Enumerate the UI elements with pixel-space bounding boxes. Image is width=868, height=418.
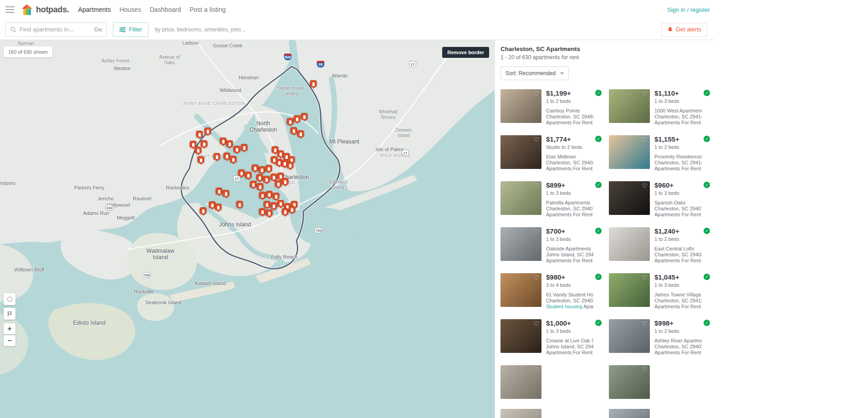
map-marker[interactable] xyxy=(252,164,259,171)
favorite-heart-icon[interactable]: ♡ xyxy=(642,183,648,189)
map-marker[interactable] xyxy=(223,190,230,197)
map-marker[interactable] xyxy=(294,115,301,122)
map-marker[interactable] xyxy=(271,173,277,180)
nav-item-dashboard[interactable]: Dashboard xyxy=(150,6,181,13)
map-marker[interactable] xyxy=(277,200,284,207)
listing-photo[interactable]: ♡ xyxy=(500,89,541,123)
map-marker[interactable] xyxy=(287,118,294,125)
listing-card[interactable]: ♡$1,199+✓1 to 2 bedsCainhoy PointeCharle… xyxy=(500,89,602,125)
map-marker[interactable] xyxy=(224,153,230,159)
map-marker[interactable] xyxy=(250,181,257,188)
listing-photo[interactable]: ♡ xyxy=(500,319,541,353)
map-marker[interactable] xyxy=(241,144,248,151)
map-marker[interactable] xyxy=(204,127,211,134)
map-marker[interactable] xyxy=(287,162,294,168)
favorite-heart-icon[interactable]: ♡ xyxy=(642,367,648,373)
favorite-heart-icon[interactable]: ♡ xyxy=(533,410,539,417)
listing-photo[interactable]: ♡ xyxy=(500,135,541,169)
listing-card[interactable]: ♡$700+✓1 to 3 bedsOakside ApartmentsJohn… xyxy=(500,227,602,263)
map-marker[interactable] xyxy=(291,127,297,134)
search-input[interactable] xyxy=(20,26,91,33)
sign-in-link[interactable]: Sign in / register xyxy=(667,6,710,13)
map-marker[interactable] xyxy=(234,146,240,153)
map-draw-button[interactable] xyxy=(4,308,15,320)
listing-card-partial[interactable]: ♡ xyxy=(500,365,602,399)
listing-photo[interactable]: ♡ xyxy=(609,135,650,169)
map-marker[interactable] xyxy=(310,80,317,87)
map-marker[interactable] xyxy=(259,208,266,215)
map-marker[interactable] xyxy=(273,193,280,199)
nav-item-post-a-listing[interactable]: Post a listing xyxy=(189,6,225,13)
listing-card-partial[interactable]: ♡ xyxy=(500,409,602,418)
favorite-heart-icon[interactable]: ♡ xyxy=(533,367,539,373)
listing-photo[interactable]: ♡ xyxy=(500,227,541,261)
zoom-in-button[interactable]: + xyxy=(4,323,15,334)
map-marker[interactable] xyxy=(271,202,277,209)
listing-photo[interactable]: ♡ xyxy=(500,409,541,418)
nav-item-apartments[interactable]: Apartments xyxy=(78,6,111,13)
map-marker[interactable] xyxy=(230,156,237,163)
listing-card[interactable]: ♡$1,240+✓1 to 2 bedsEast Central LoftsCh… xyxy=(609,227,710,263)
favorite-heart-icon[interactable]: ♡ xyxy=(642,229,648,235)
student-housing-link[interactable]: Student housing xyxy=(546,304,582,309)
favorite-heart-icon[interactable]: ♡ xyxy=(642,91,648,97)
get-alerts-button[interactable]: Get alerts xyxy=(661,23,707,36)
map-marker[interactable] xyxy=(266,165,272,172)
favorite-heart-icon[interactable]: ♡ xyxy=(642,137,648,143)
map-marker[interactable] xyxy=(289,206,296,213)
map-marker[interactable] xyxy=(282,208,289,215)
listing-photo[interactable]: ♡ xyxy=(609,409,650,418)
favorite-heart-icon[interactable]: ♡ xyxy=(642,321,648,327)
favorite-heart-icon[interactable]: ♡ xyxy=(533,275,539,281)
listing-photo[interactable]: ♡ xyxy=(609,273,650,307)
listing-photo[interactable]: ♡ xyxy=(609,181,650,215)
map-marker[interactable] xyxy=(198,156,204,163)
map-marker[interactable] xyxy=(245,172,252,178)
hotpads-logo[interactable]: hotpads. xyxy=(21,4,69,15)
listing-card[interactable]: ♡$1,774+✓Studio to 2 bedsElan MidtownCha… xyxy=(500,135,602,171)
listing-card[interactable]: ♡$1,155+✓1 to 2 bedsProximity Residences… xyxy=(609,135,710,171)
listing-photo[interactable]: ♡ xyxy=(500,365,541,399)
map-marker[interactable] xyxy=(201,140,208,147)
favorite-heart-icon[interactable]: ♡ xyxy=(642,275,648,281)
listing-card-partial[interactable]: ♡ xyxy=(609,409,710,418)
map-marker[interactable] xyxy=(259,192,266,199)
map-marker[interactable] xyxy=(238,169,245,176)
map-marker[interactable] xyxy=(259,166,266,173)
listing-card[interactable]: ♡$1,110+✓1 to 3 beds1000 West Apartments… xyxy=(609,89,710,125)
listing-card[interactable]: ♡$960+✓1 to 3 bedsSpanish OaksCharleston… xyxy=(609,181,710,217)
favorite-heart-icon[interactable]: ♡ xyxy=(533,229,539,235)
map-marker[interactable] xyxy=(266,191,273,198)
map-marker[interactable] xyxy=(200,207,207,214)
favorite-heart-icon[interactable]: ♡ xyxy=(533,91,539,97)
map-marker[interactable] xyxy=(257,183,264,190)
listing-card-partial[interactable]: ♡ xyxy=(609,365,710,399)
favorite-heart-icon[interactable]: ♡ xyxy=(533,321,539,327)
map-marker[interactable] xyxy=(216,188,223,194)
listing-photo[interactable]: ♡ xyxy=(609,365,650,399)
listing-card[interactable]: ♡$1,045+✓1 to 3 bedsJames Towne VillageC… xyxy=(609,273,710,309)
map-marker[interactable] xyxy=(297,130,304,137)
remove-border-button[interactable]: Remove border xyxy=(442,47,489,58)
hamburger-menu-icon[interactable] xyxy=(5,6,15,13)
favorite-heart-icon[interactable]: ♡ xyxy=(533,137,539,143)
map-marker[interactable] xyxy=(215,204,222,210)
nav-item-houses[interactable]: Houses xyxy=(119,6,141,13)
map-marker[interactable] xyxy=(301,113,308,120)
map-marker[interactable] xyxy=(214,153,220,160)
zoom-out-button[interactable]: − xyxy=(4,335,15,346)
favorite-heart-icon[interactable]: ♡ xyxy=(533,183,539,189)
map-marker[interactable] xyxy=(266,209,273,216)
map-marker[interactable] xyxy=(196,131,203,138)
map-marker[interactable] xyxy=(236,201,243,208)
map-marker[interactable] xyxy=(263,176,270,183)
map-boundary-button[interactable] xyxy=(4,293,15,305)
listing-card[interactable]: ♡$1,000+✓1 to 3 bedsCrowne at Live Oak S… xyxy=(500,319,602,355)
listing-photo[interactable]: ♡ xyxy=(500,181,541,215)
listing-card[interactable]: ♡$998+✓1 to 2 bedsAshley River Apartment… xyxy=(609,319,710,355)
map-marker[interactable] xyxy=(264,201,271,208)
filter-button[interactable]: Filter xyxy=(113,22,148,37)
listing-card[interactable]: ♡$899+✓1 to 3 bedsPalmilla ApartmentsCha… xyxy=(500,181,602,217)
listing-photo[interactable]: ♡ xyxy=(609,227,650,261)
map-marker[interactable] xyxy=(256,174,263,181)
